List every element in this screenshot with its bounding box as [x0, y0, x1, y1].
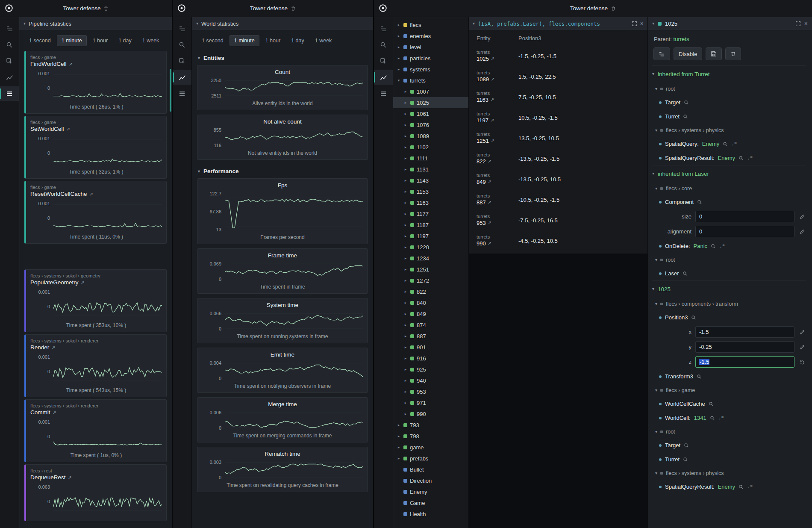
tree-item-887[interactable]: ▸887	[393, 330, 468, 342]
chevron-right-icon[interactable]: ▸	[403, 100, 408, 105]
query-result-row[interactable]: turrets1251↗13.5, -0.25, 10.5	[469, 128, 647, 148]
section-header-entities[interactable]: ▾Entities	[197, 51, 368, 65]
inspector-icon[interactable]	[0, 54, 19, 68]
component-group-header[interactable]: ▾root	[652, 253, 806, 266]
query-result-row[interactable]: turrets953↗-7.5, -0.25, 16.5	[469, 210, 647, 230]
wildcard-icon[interactable]: .*	[731, 141, 737, 147]
chevron-right-icon[interactable]: ▸	[403, 167, 408, 171]
wildcard-icon[interactable]: .*	[718, 415, 724, 421]
component-value[interactable]: Enemy	[702, 141, 719, 147]
entities-icon[interactable]	[0, 21, 19, 36]
search-icon[interactable]	[173, 38, 191, 52]
close-icon[interactable]: ×	[640, 21, 644, 27]
tree-item-1272[interactable]: ▸1272	[393, 275, 468, 286]
tree-item-1197[interactable]: ▸1197	[393, 230, 468, 242]
component-group-header[interactable]: ▾root	[652, 82, 806, 95]
chevron-right-icon[interactable]: ▸	[397, 445, 401, 449]
tree-item-1251[interactable]: ▸1251	[393, 264, 468, 275]
trash-icon[interactable]	[611, 6, 616, 12]
query-magnifier-icon[interactable]	[710, 416, 715, 421]
stats-icon[interactable]	[173, 70, 191, 85]
tree-item-849[interactable]: ▸849	[393, 308, 468, 319]
time-tab-1-hour[interactable]: 1 hour	[88, 35, 112, 46]
tree-item-1143[interactable]: ▸1143	[393, 175, 468, 186]
chart-title-link[interactable]: SetWorldCell↗	[30, 126, 162, 132]
query-magnifier-icon[interactable]	[684, 100, 689, 105]
query-magnifier-icon[interactable]	[711, 244, 716, 249]
chevron-right-icon[interactable]: ▸	[403, 156, 408, 160]
tree-item-990[interactable]: ▸990	[393, 408, 468, 419]
tables-icon[interactable]	[173, 86, 191, 101]
tree-view-button[interactable]	[653, 47, 670, 60]
chevron-right-icon[interactable]: ▸	[403, 234, 408, 238]
tree-item-940[interactable]: ▸940	[393, 375, 468, 386]
chevron-right-icon[interactable]: ▸	[403, 323, 408, 327]
query-magnifier-icon[interactable]	[683, 114, 688, 119]
chevron-right-icon[interactable]: ▸	[403, 378, 408, 383]
tree-item-Bullet[interactable]: Bullet	[393, 464, 468, 475]
chevron-right-icon[interactable]: ▸	[403, 134, 408, 138]
tree-item-particles[interactable]: ▸particles	[393, 53, 468, 64]
tree-item-1220[interactable]: ▸1220	[393, 242, 468, 253]
inspector-icon[interactable]	[173, 54, 191, 68]
chevron-right-icon[interactable]: ▸	[397, 45, 401, 49]
query-magnifier-icon[interactable]	[697, 200, 702, 205]
query-magnifier-icon[interactable]	[684, 443, 689, 448]
tree-item-1131[interactable]: ▸1131	[393, 164, 468, 175]
time-tab-1-hour[interactable]: 1 hour	[261, 35, 285, 46]
query-magnifier-icon[interactable]	[738, 484, 744, 490]
component-value[interactable]: Enemy	[718, 484, 735, 490]
section-header[interactable]: ▾1025	[652, 280, 806, 297]
tree-item-enemies[interactable]: ▸enemies	[393, 30, 468, 41]
chevron-right-icon[interactable]: ▸	[403, 201, 408, 205]
chart-title-link[interactable]: DequeueRest↗	[30, 474, 162, 481]
tree-item-Game[interactable]: Game	[393, 497, 468, 508]
component-group-header[interactable]: ▾flecs › systems › physics	[652, 466, 806, 480]
wildcard-icon[interactable]: .*	[747, 484, 753, 490]
section-header[interactable]: ▾inherited from Turret	[652, 65, 806, 82]
tree-item-793[interactable]: ▸793	[393, 419, 468, 431]
section-header-performance[interactable]: ▾Performance	[197, 164, 368, 178]
tree-item-916[interactable]: ▸916	[393, 353, 468, 364]
tree-item-turrets[interactable]: ▾turrets	[393, 75, 468, 86]
chevron-right-icon[interactable]: ▸	[403, 178, 408, 183]
chart-title-link[interactable]: Commit↗	[30, 409, 162, 416]
z-input[interactable]: -1.5	[695, 356, 794, 368]
chevron-right-icon[interactable]: ▸	[397, 67, 401, 71]
query-result-row[interactable]: turrets849↗-13.5, -0.25, 10.5	[469, 169, 647, 189]
stats-icon[interactable]	[374, 70, 393, 85]
chevron-right-icon[interactable]: ▸	[397, 34, 401, 38]
edit-icon[interactable]	[798, 330, 806, 335]
time-tab-1-second[interactable]: 1 second	[197, 35, 228, 46]
tree-item-822[interactable]: ▸822	[393, 286, 468, 297]
chevron-right-icon[interactable]: ▸	[403, 356, 408, 360]
query-result-row[interactable]: turrets1197↗10.5, -0.25, -1.5	[469, 107, 647, 128]
chevron-right-icon[interactable]: ▸	[403, 223, 408, 227]
entity-name-link[interactable]: 849↗	[477, 179, 518, 186]
edit-icon[interactable]	[798, 345, 806, 350]
tree-item-1163[interactable]: ▸1163	[393, 197, 468, 208]
tree-item-1153[interactable]: ▸1153	[393, 186, 468, 197]
entity-name-link[interactable]: 1197↗	[477, 117, 518, 124]
query-magnifier-icon[interactable]	[709, 401, 714, 407]
chevron-right-icon[interactable]: ▸	[403, 345, 408, 349]
query-expression-input[interactable]: (IsA, prefabs.Laser), flecs.components	[478, 21, 629, 27]
chevron-down-icon[interactable]: ▾	[397, 78, 401, 83]
chevron-right-icon[interactable]: ▸	[403, 123, 408, 127]
chevron-down-icon[interactable]: ▾	[652, 21, 654, 26]
tree-item-874[interactable]: ▸874	[393, 319, 468, 330]
time-tab-1-second[interactable]: 1 second	[24, 35, 56, 46]
chevron-right-icon[interactable]: ▸	[397, 56, 401, 60]
chevron-right-icon[interactable]: ▸	[397, 23, 401, 27]
panel-header[interactable]: ▾ World statistics	[192, 17, 373, 30]
chevron-down-icon[interactable]: ▾	[473, 21, 475, 26]
chevron-right-icon[interactable]: ▸	[403, 112, 408, 116]
tree-item-1061[interactable]: ▸1061	[393, 108, 468, 119]
component-group-header[interactable]: ▾flecs › core	[652, 182, 806, 195]
chevron-right-icon[interactable]: ▸	[403, 334, 408, 338]
tree-item-game[interactable]: ▸game	[393, 442, 468, 453]
chevron-right-icon[interactable]: ▸	[403, 412, 408, 416]
tree-item-prefabs[interactable]: ▸prefabs	[393, 453, 468, 464]
section-header[interactable]: ▾inherited from Laser	[652, 165, 806, 182]
entity-name-link[interactable]: 1025↗	[477, 56, 518, 62]
